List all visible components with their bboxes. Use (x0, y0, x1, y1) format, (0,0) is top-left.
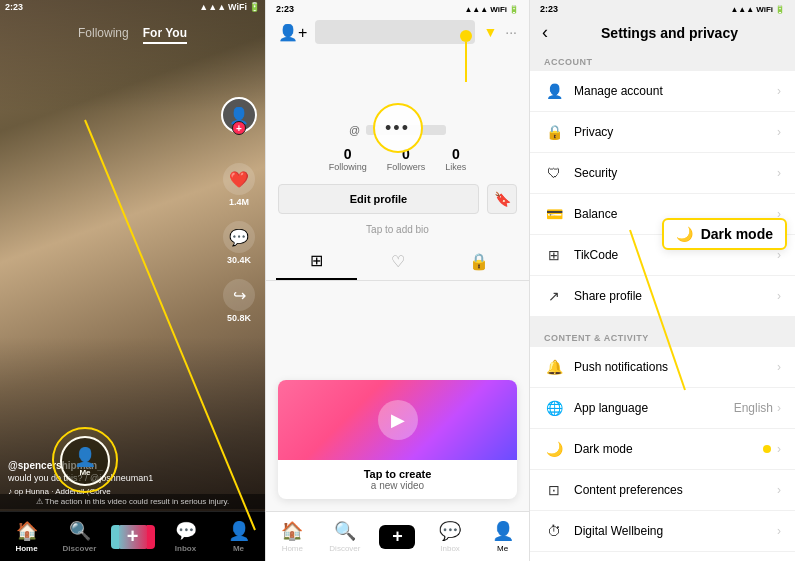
app-language-value: English (734, 401, 773, 415)
nav-discover[interactable]: 🔍 Discover (53, 520, 106, 553)
followers-label: Followers (387, 162, 426, 172)
add-friend-icon[interactable]: 👤+ (278, 23, 307, 42)
comment-btn[interactable]: 💬 30.4K (223, 221, 255, 265)
feed-panel: 2:23 ▲▲▲ WiFi 🔋 Following For You 👤 + (0, 0, 265, 561)
dark-mode-item[interactable]: 🌙 Dark mode › (530, 429, 795, 470)
profile-tabs: ⊞ ♡ 🔒 (266, 243, 529, 281)
privacy-chevron: › (777, 125, 781, 139)
feed-screen: 2:23 ▲▲▲ WiFi 🔋 Following For You 👤 + (0, 0, 265, 561)
back-button[interactable]: ‹ (542, 22, 548, 43)
edit-profile-btn[interactable]: Edit profile (278, 184, 479, 214)
at-symbol: @ (349, 124, 360, 136)
person-settings-icon: 👤 (544, 81, 564, 101)
privacy-item[interactable]: 🔒 Privacy › (530, 112, 795, 153)
tab-grid[interactable]: ⊞ (276, 243, 357, 280)
more-options-icon[interactable]: ··· (505, 24, 517, 40)
inbox-label: Inbox (175, 544, 196, 553)
settings-battery-icon: 🔋 (775, 5, 785, 14)
tap-to-create-label: Tap to create (286, 468, 509, 480)
profile-avatar-area: ••• (266, 48, 529, 124)
follow-plus-icon: + (232, 121, 246, 135)
profile-me-label: Me (497, 544, 508, 553)
manage-account-chevron: › (777, 84, 781, 98)
profile-nav-home[interactable]: 🏠 Home (266, 520, 319, 553)
settings-list: ACCOUNT 👤 Manage account › 🔒 Privacy › 🛡… (530, 49, 795, 561)
language-icon: 🌐 (544, 398, 564, 418)
app-language-item[interactable]: 🌐 App language English › (530, 388, 795, 429)
push-notifications-item[interactable]: 🔔 Push notifications › (530, 347, 795, 388)
lock-icon: 🔒 (469, 252, 489, 271)
bookmark-icon: 🔖 (494, 191, 511, 207)
security-item[interactable]: 🛡 Security › (530, 153, 795, 194)
me-nav-icon: 👤 (228, 520, 250, 542)
profile-username-bar (315, 20, 475, 44)
language-chevron: › (777, 401, 781, 415)
profile-nav-inbox[interactable]: 💬 Inbox (424, 520, 477, 553)
content-section-header: CONTENT & ACTIVITY (530, 325, 795, 347)
settings-status-icons: ▲▲▲ WiFi 🔋 (730, 5, 785, 14)
tikcode-icon: ⊞ (544, 245, 564, 265)
create-video-card[interactable]: ▶ Tap to create a new video (278, 380, 517, 499)
bookmark-btn[interactable]: 🔖 (487, 184, 517, 214)
tab-lock[interactable]: 🔒 (438, 243, 519, 280)
profile-status-icons: ▲▲▲ WiFi 🔋 (464, 5, 519, 14)
play-arrow-icon: ▶ (391, 409, 405, 431)
tab-for-you[interactable]: For You (143, 26, 187, 44)
settings-screen: 2:23 ▲▲▲ WiFi 🔋 ‹ Settings and privacy A… (530, 0, 795, 561)
like-count: 1.4M (229, 197, 249, 207)
content-preferences-item[interactable]: ⊡ Content preferences › (530, 470, 795, 511)
profile-nav-discover[interactable]: 🔍 Discover (319, 520, 372, 553)
new-video-label: a new video (286, 480, 509, 491)
create-icon: + (115, 525, 151, 549)
three-dots-circle[interactable]: ••• (373, 103, 423, 153)
bio-placeholder[interactable]: Tap to add bio (266, 222, 529, 243)
digital-wellbeing-item[interactable]: ⏱ Digital Wellbeing › (530, 511, 795, 552)
wellbeing-icon: ⏱ (544, 521, 564, 541)
discover-icon: 🔍 (69, 520, 91, 542)
content-prefs-icon: ⊡ (544, 480, 564, 500)
profile-inbox-icon: 💬 (439, 520, 461, 542)
tab-following[interactable]: Following (78, 26, 129, 44)
profile-status-bar: 2:23 ▲▲▲ WiFi 🔋 (266, 0, 529, 16)
digital-wellbeing-label: Digital Wellbeing (574, 524, 773, 538)
nav-create[interactable]: + (106, 525, 159, 549)
manage-account-item[interactable]: 👤 Manage account › (530, 71, 795, 112)
app-language-label: App language (574, 401, 734, 415)
discover-label: Discover (63, 544, 97, 553)
share-profile-item[interactable]: ↗ Share profile › (530, 276, 795, 317)
family-pairing-item[interactable]: 👨‍👩‍👧 Family Pairing › (530, 552, 795, 561)
moon-icon: 🌙 (544, 439, 564, 459)
profile-nav-create[interactable]: + (371, 525, 424, 549)
profile-nav-me[interactable]: 👤 Me (476, 520, 529, 553)
me-label: Me (79, 468, 90, 477)
share-profile-chevron: › (777, 289, 781, 303)
me-circle-area[interactable]: 👤 Me (60, 436, 110, 486)
push-notifications-label: Push notifications (574, 360, 773, 374)
profile-signal-icon: ▲▲▲ (464, 5, 488, 14)
settings-top-bar: ‹ Settings and privacy (530, 16, 795, 49)
shield-settings-icon: 🛡 (544, 163, 564, 183)
nav-me[interactable]: 👤 Me (212, 520, 265, 553)
profile-discover-label: Discover (329, 544, 360, 553)
balance-icon: 💳 (544, 204, 564, 224)
tab-heart[interactable]: ♡ (357, 243, 438, 280)
avatar-follow-btn[interactable]: 👤 + (221, 97, 257, 133)
push-chevron: › (777, 360, 781, 374)
dropdown-arrow-icon[interactable]: ▼ (483, 24, 497, 40)
nav-inbox[interactable]: 💬 Inbox (159, 520, 212, 553)
nav-home[interactable]: 🏠 Home (0, 520, 53, 553)
profile-time: 2:23 (276, 4, 294, 14)
profile-battery-icon: 🔋 (509, 5, 519, 14)
profile-wifi-icon: WiFi (490, 5, 507, 14)
play-icon: ▶ (378, 400, 418, 440)
person-icon: 👤 (74, 446, 96, 468)
profile-discover-icon: 🔍 (334, 520, 356, 542)
settings-panel: 2:23 ▲▲▲ WiFi 🔋 ‹ Settings and privacy A… (530, 0, 795, 561)
comment-icon: 💬 (223, 221, 255, 253)
heart-outline-icon: ♡ (391, 252, 405, 271)
like-btn[interactable]: ❤️ 1.4M (223, 163, 255, 207)
following-label: Following (329, 162, 367, 172)
manage-account-label: Manage account (574, 84, 773, 98)
wellbeing-chevron: › (777, 524, 781, 538)
share-btn[interactable]: ↪ 50.8K (223, 279, 255, 323)
